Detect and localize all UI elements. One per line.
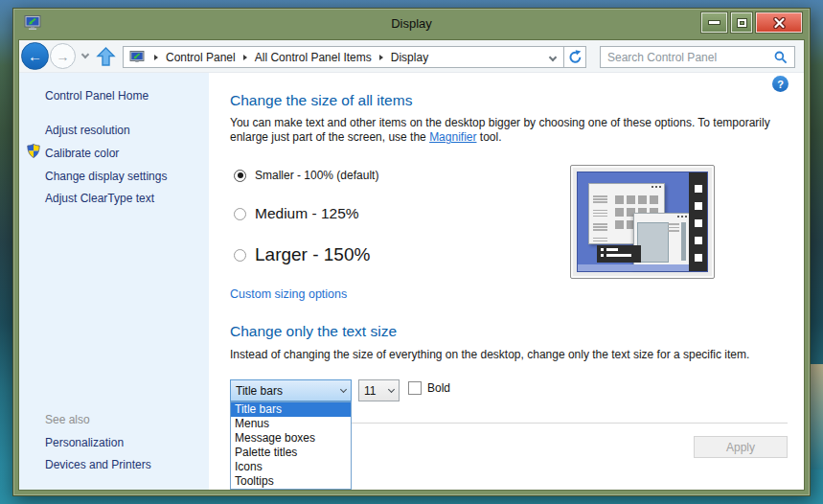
chevron-down-icon [388, 385, 395, 392]
dropdown-option-message-boxes[interactable]: Message boxes [231, 431, 351, 446]
search-icon[interactable] [774, 51, 788, 64]
preview-charms-bar [689, 172, 707, 271]
text-section-heading: Change only the text size [230, 323, 397, 340]
magnifier-link[interactable]: Magnifier [429, 130, 476, 144]
radio-option-medium[interactable]: Medium - 125% [234, 205, 359, 222]
refresh-button[interactable] [563, 46, 586, 68]
radio-option-smaller[interactable]: Smaller - 100% (default) [234, 169, 378, 182]
window-title: Display [13, 16, 810, 31]
breadcrumb-control-panel[interactable]: Control Panel [166, 51, 236, 64]
bold-checkbox-row[interactable]: Bold [408, 381, 450, 395]
minimize-button[interactable] [701, 12, 727, 33]
uac-shield-icon [27, 144, 40, 158]
see-also-label: See also [45, 413, 90, 426]
apply-button[interactable]: Apply [694, 436, 788, 458]
radio-label: Medium - 125% [255, 205, 359, 222]
address-bar[interactable]: Control Panel All Control Panel Items Di… [123, 46, 564, 68]
item-dropdown[interactable]: Title bars [230, 379, 352, 401]
item-dropdown-list: Title bars Menus Message boxes Palette t… [230, 401, 352, 490]
sidebar-item-adjust-resolution[interactable]: Adjust resolution [45, 124, 130, 137]
breadcrumb-separator-icon[interactable] [154, 55, 158, 60]
breadcrumb-separator-icon[interactable] [379, 55, 383, 60]
radio-button[interactable] [234, 208, 246, 220]
sidebar: Control Panel Home Adjust resolution [19, 73, 209, 490]
close-button[interactable] [756, 12, 802, 33]
close-icon [773, 17, 786, 29]
navigation-bar: ← → Control Pan [19, 40, 804, 73]
custom-sizing-options-link[interactable]: Custom sizing options [230, 287, 347, 301]
preview-menu [597, 245, 641, 263]
sidebar-item-calibrate-color[interactable]: Calibrate color [45, 147, 119, 160]
breadcrumb-display[interactable]: Display [391, 51, 428, 64]
back-icon: ← [28, 48, 42, 64]
search-input[interactable] [607, 51, 774, 64]
up-arrow-icon [96, 46, 116, 67]
sidebar-item-adjust-cleartype[interactable]: Adjust ClearType text [45, 192, 154, 205]
dropdown-option-title-bars[interactable]: Title bars [231, 402, 351, 417]
dropdown-option-tooltips[interactable]: Tooltips [231, 474, 351, 489]
titlebar[interactable]: Display [13, 9, 810, 40]
back-button[interactable]: ← [21, 42, 49, 70]
recent-pages-chevron-icon[interactable] [81, 51, 89, 58]
maximize-icon [738, 19, 746, 27]
size-section-heading: Change the size of all items [230, 92, 412, 109]
radio-button[interactable] [234, 249, 246, 262]
search-box [600, 46, 795, 68]
address-dropdown-chevron-icon[interactable] [549, 53, 557, 60]
text-section-description: Instead of changing the size of everythi… [230, 348, 795, 362]
address-location-icon [129, 51, 145, 64]
radio-button-selected[interactable] [234, 170, 246, 182]
chevron-down-icon [340, 385, 347, 392]
sidebar-item-personalization[interactable]: Personalization [45, 436, 124, 449]
refresh-icon [568, 50, 583, 64]
dropdown-option-icons[interactable]: Icons [231, 460, 351, 474]
forward-icon: → [57, 49, 70, 64]
preview-screen [577, 172, 708, 272]
breadcrumb-all-items[interactable]: All Control Panel Items [255, 51, 372, 64]
size-dropdown[interactable]: 11 [358, 379, 400, 401]
dropdown-option-palette-titles[interactable]: Palette titles [231, 446, 351, 460]
desc-text: tool. [476, 130, 501, 144]
scaling-preview-image [570, 165, 715, 279]
sidebar-item-devices-printers[interactable]: Devices and Printers [45, 458, 151, 471]
radio-option-larger[interactable]: Larger - 150% [234, 244, 370, 265]
main-content: ? Change the size of all items You can m… [209, 73, 804, 490]
maximize-button[interactable] [731, 12, 752, 33]
sidebar-item-change-display-settings[interactable]: Change display settings [45, 170, 167, 183]
bold-label: Bold [427, 381, 450, 395]
minimize-icon [709, 21, 720, 24]
item-dropdown-value: Title bars [236, 384, 283, 398]
bold-checkbox[interactable] [408, 381, 422, 395]
radio-label: Larger - 150% [255, 244, 370, 265]
dropdown-option-menus[interactable]: Menus [231, 417, 351, 431]
up-button[interactable] [96, 46, 116, 67]
help-icon: ? [777, 79, 784, 90]
size-section-description: You can make text and other items on the… [230, 116, 772, 145]
help-button[interactable]: ? [772, 76, 789, 92]
size-dropdown-value: 11 [364, 384, 376, 398]
preview-window-front [633, 213, 691, 268]
breadcrumb-separator-icon[interactable] [243, 55, 247, 60]
forward-button[interactable]: → [50, 43, 76, 69]
preview-taskbar [578, 264, 689, 271]
display-window: Display ← → [12, 8, 811, 496]
sidebar-item-control-panel-home[interactable]: Control Panel Home [45, 89, 149, 103]
radio-label: Smaller - 100% (default) [255, 169, 378, 182]
